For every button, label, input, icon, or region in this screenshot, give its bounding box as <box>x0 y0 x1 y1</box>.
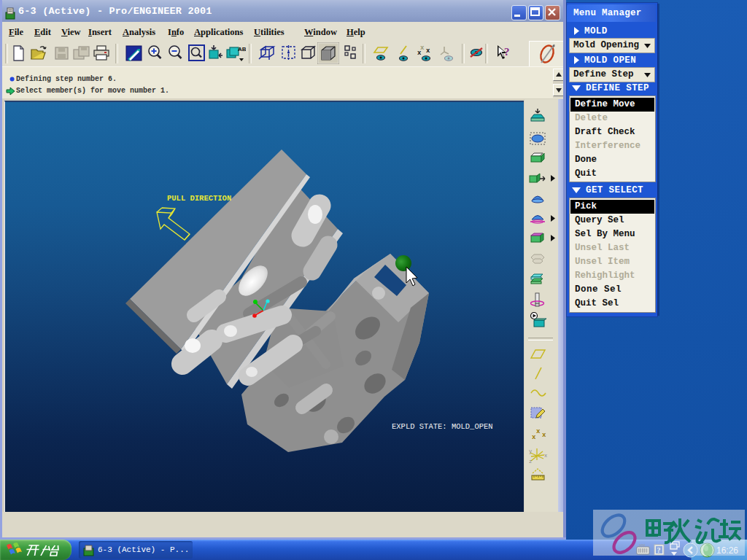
svg-text:PULL DIRECTION: PULL DIRECTION <box>167 194 231 203</box>
svg-text:AB: AB <box>238 46 246 52</box>
svg-text:x: x <box>542 432 546 439</box>
svg-text:y: y <box>529 448 532 454</box>
svg-text:EXPLD STATE: MOLD_OPEN: EXPLD STATE: MOLD_OPEN <box>392 422 493 431</box>
svg-text:x: x <box>532 434 536 440</box>
svg-text:z: z <box>529 459 532 464</box>
svg-text:x: x <box>417 50 422 57</box>
svg-text:?: ? <box>504 46 510 58</box>
svg-text:x: x <box>544 453 547 459</box>
svg-text:x: x <box>426 47 430 55</box>
svg-text:x: x <box>536 428 541 435</box>
